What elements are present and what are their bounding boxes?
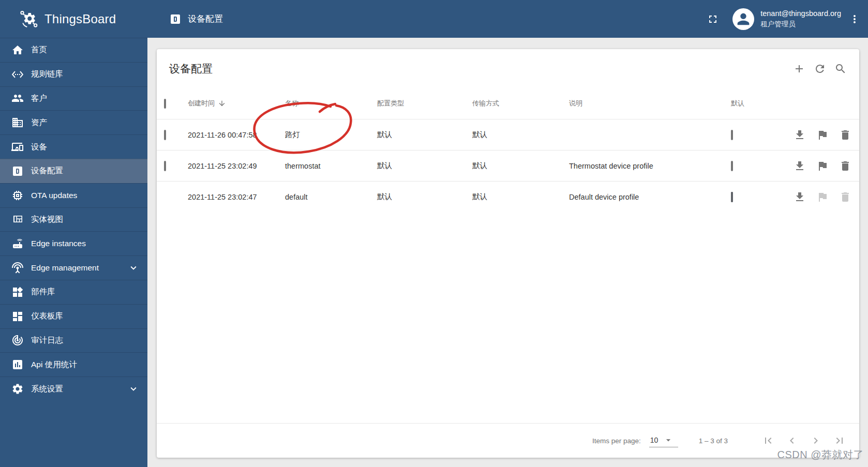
refresh-button[interactable] xyxy=(810,58,830,79)
avatar[interactable] xyxy=(732,8,754,30)
sidebar-item-label: 实体视图 xyxy=(31,214,63,225)
cell-created-time: 2021-11-26 00:47:58 xyxy=(188,131,285,139)
user-info[interactable]: tenant@thingsboard.org 租户管理员 xyxy=(760,8,841,29)
delete-profile-button[interactable] xyxy=(834,125,857,145)
sidebar-item-label: 规则链库 xyxy=(31,69,63,80)
sidebar-item-label: 部件库 xyxy=(31,287,55,297)
make-default-button xyxy=(811,187,834,207)
export-profile-button[interactable] xyxy=(788,125,811,145)
select-all-checkbox[interactable] xyxy=(164,99,166,109)
topbar-title: 设备配置 xyxy=(169,13,223,25)
column-header-transport[interactable]: 传输方式 xyxy=(472,99,569,108)
sidebar-item-assets[interactable]: 资产 xyxy=(0,110,147,134)
delete-profile-button[interactable] xyxy=(834,156,857,176)
sidebar-item-home[interactable]: 首页 xyxy=(0,38,147,62)
make-default-button[interactable] xyxy=(811,125,834,145)
sidebar-nav: 首页 规则链库 客户 资产 设备 设备配置 OTA updates 实体视图 xyxy=(0,38,147,401)
devices-icon xyxy=(11,141,24,153)
table-row[interactable]: 2021-11-25 23:02:47 default 默认 默认 Defaul… xyxy=(157,181,859,212)
row-checkbox[interactable] xyxy=(164,161,166,171)
column-header-default[interactable]: 默认 xyxy=(731,99,785,108)
thingsboard-logo[interactable]: ThingsBoard xyxy=(0,0,147,38)
sidebar-item-device-profiles[interactable]: 设备配置 xyxy=(0,159,147,183)
sidebar-item-api-usage[interactable]: Api 使用统计 xyxy=(0,352,147,376)
sidebar-item-label: Edge management xyxy=(31,263,99,273)
sidebar-item-label: 首页 xyxy=(31,44,47,55)
search-button[interactable] xyxy=(830,58,851,79)
sidebar: ThingsBoard 首页 规则链库 客户 资产 设备 设备配置 OTA xyxy=(0,0,147,467)
previous-page-button xyxy=(786,434,798,447)
row-checkbox[interactable] xyxy=(164,130,166,140)
cell-transport: 默认 xyxy=(472,161,569,171)
topbar-right: tenant@thingsboard.org 租户管理员 xyxy=(707,8,868,30)
default-checkbox[interactable] xyxy=(731,130,733,140)
fullscreen-button[interactable] xyxy=(707,13,719,25)
card-title: 设备配置 xyxy=(169,62,213,76)
cell-transport: 默认 xyxy=(472,192,569,202)
cell-description: Thermostat device profile xyxy=(569,162,731,170)
column-header-created-time[interactable]: 创建时间 xyxy=(188,99,226,108)
assets-icon xyxy=(11,116,24,129)
sidebar-item-label: 仪表板库 xyxy=(31,311,63,322)
thingsboard-gear-logo-icon xyxy=(19,9,39,29)
card-actions xyxy=(789,58,851,79)
default-checkbox[interactable] xyxy=(731,192,733,202)
column-header-description[interactable]: 说明 xyxy=(569,99,731,108)
last-page-button xyxy=(833,434,846,447)
cell-name: 路灯 xyxy=(285,130,377,140)
make-default-button[interactable] xyxy=(811,156,834,176)
more-menu-button[interactable] xyxy=(848,13,861,25)
sidebar-item-label: 系统设置 xyxy=(31,384,63,395)
sidebar-item-ota-updates[interactable]: OTA updates xyxy=(0,183,147,207)
items-per-page-value: 10 xyxy=(650,436,659,444)
device-profiles-icon xyxy=(11,165,24,177)
column-label: 说明 xyxy=(569,99,582,107)
sidebar-item-dashboards-library[interactable]: 仪表板库 xyxy=(0,304,147,328)
cell-created-time: 2021-11-25 23:02:47 xyxy=(188,193,285,201)
sidebar-item-customers[interactable]: 客户 xyxy=(0,86,147,111)
entity-views-icon xyxy=(11,213,24,225)
rule-chains-icon xyxy=(11,68,24,81)
table-header-row: 创建时间 名称 配置类型 传输方式 说明 默认 xyxy=(157,88,859,119)
sidebar-item-entity-views[interactable]: 实体视图 xyxy=(0,207,147,232)
sidebar-item-widgets-library[interactable]: 部件库 xyxy=(0,280,147,304)
sidebar-item-label: 客户 xyxy=(31,93,47,104)
first-page-button xyxy=(762,434,774,447)
chevron-down-icon xyxy=(128,262,139,274)
sidebar-item-devices[interactable]: 设备 xyxy=(0,134,147,159)
default-checkbox[interactable] xyxy=(731,161,733,171)
sidebar-item-label: 设备配置 xyxy=(31,165,63,176)
sidebar-item-label: 资产 xyxy=(31,117,47,128)
sidebar-item-label: Api 使用统计 xyxy=(31,359,77,370)
table-row[interactable]: 2021-11-25 23:02:49 thermostat 默认 默认 The… xyxy=(157,150,859,181)
sidebar-item-rule-chains[interactable]: 规则链库 xyxy=(0,62,147,86)
sidebar-item-edge-management[interactable]: Edge management xyxy=(0,255,147,280)
export-profile-button[interactable] xyxy=(788,187,811,207)
column-header-profile-type[interactable]: 配置类型 xyxy=(377,99,472,108)
customers-icon xyxy=(11,92,24,104)
items-per-page-select[interactable]: 10 xyxy=(649,434,678,447)
column-label: 名称 xyxy=(285,99,298,107)
sidebar-item-system-settings[interactable]: 系统设置 xyxy=(0,376,147,401)
items-per-page-label: Items per page: xyxy=(592,437,641,445)
sort-descending-icon xyxy=(218,99,226,108)
api-usage-icon xyxy=(11,358,24,371)
system-settings-icon xyxy=(11,383,24,395)
table-row[interactable]: 2021-11-26 00:47:58 路灯 默认 默认 xyxy=(157,119,859,150)
add-device-profile-button[interactable] xyxy=(789,58,810,79)
cell-description: Default device profile xyxy=(569,193,731,201)
delete-profile-button xyxy=(834,187,857,207)
sidebar-item-audit-logs[interactable]: 审计日志 xyxy=(0,328,147,353)
cell-profile-type: 默认 xyxy=(377,192,472,202)
device-profiles-card: 设备配置 创建时间 xyxy=(157,49,859,458)
watermark: CSDN @莽就对了 xyxy=(777,448,864,462)
cell-transport: 默认 xyxy=(472,130,569,140)
sidebar-item-edge-instances[interactable]: Edge instances xyxy=(0,231,147,255)
dropdown-arrow-icon xyxy=(663,435,674,445)
export-profile-button[interactable] xyxy=(788,156,811,176)
sidebar-item-label: 审计日志 xyxy=(31,335,63,346)
paginator: Items per page: 10 1 – 3 of 3 xyxy=(157,423,859,458)
column-header-name[interactable]: 名称 xyxy=(285,99,377,108)
user-role: 租户管理员 xyxy=(760,19,841,29)
cell-created-time: 2021-11-25 23:02:49 xyxy=(188,162,285,170)
